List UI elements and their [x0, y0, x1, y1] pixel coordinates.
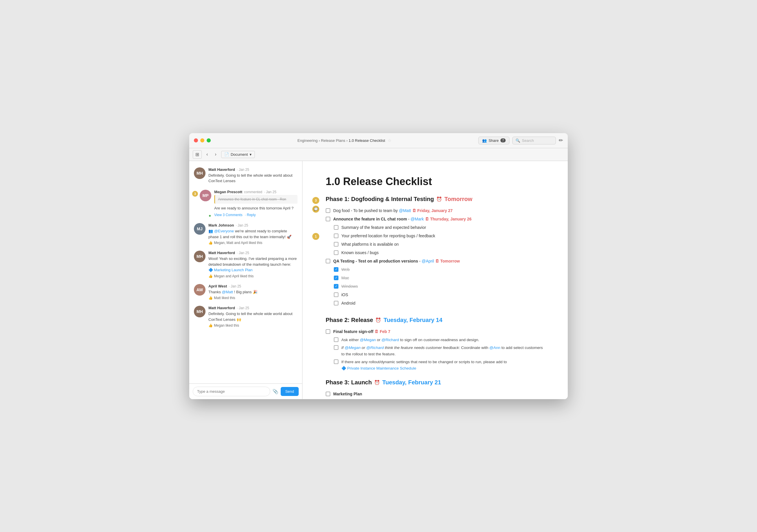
phase3-header: Phase 3: Launch ⏰ Tuesday, February 21 — [326, 379, 545, 386]
checklist-item: Dog food - To be pushed to team by @Matt… — [326, 207, 545, 215]
reply-link[interactable]: · Reply — [245, 213, 256, 217]
matt-mention[interactable]: @Matt — [399, 208, 411, 213]
thumbs-up-icon: 👍 — [208, 241, 213, 245]
checklist-item: Marketing Plan — [326, 390, 545, 398]
comment-badge: 3 — [192, 191, 198, 197]
comment-question: Are we ready to announce this tomorrow A… — [214, 205, 297, 211]
megan-mention[interactable]: @Megan — [360, 338, 376, 342]
message-content: Megan Prescott commented · Jan 25 Announ… — [214, 190, 297, 217]
checkbox[interactable] — [326, 329, 330, 334]
checklist-item-label: If there are any rollout/dynamic setting… — [341, 359, 545, 371]
date-label: 🗓 Tomorrow — [435, 259, 460, 264]
richard-mention[interactable]: @Richard — [381, 338, 399, 342]
checkbox[interactable] — [334, 345, 339, 350]
message-header: April West · Jan 25 — [208, 284, 297, 288]
search-icon: 🔍 — [516, 138, 520, 143]
phase1-section: 3 💬 Phase 1: Dogfooding & Internal Testi… — [326, 196, 545, 307]
phase3-label: Phase 3: Launch — [326, 379, 372, 386]
avatar: MP — [200, 190, 211, 201]
message-content: Matt Haverford · Jan 25 Woot! Yeah so ex… — [208, 251, 297, 278]
compose-button[interactable]: ✏ — [559, 137, 563, 144]
checklist-item-label: Dog food - To be pushed to team by @Matt… — [333, 208, 545, 214]
attachment-button[interactable]: 📎 — [273, 389, 278, 394]
checklist-item-label: Your preferred location for reporting bu… — [341, 233, 545, 239]
checklist-item-label: iOS — [341, 292, 545, 298]
document-area: 1.0 Release Checklist 3 💬 Phase 1: Dogfo… — [302, 161, 568, 399]
checkbox[interactable] — [326, 217, 330, 221]
checkbox[interactable] — [334, 250, 339, 255]
list-item: MH Matt Haverford · Jan 25 Definitely. G… — [189, 164, 302, 187]
message-text: Definitely. Going to tell the whole wide… — [208, 173, 297, 184]
share-label: Share — [489, 138, 499, 143]
checklist-item-label: Marketing Plan — [333, 391, 545, 397]
checkbox[interactable] — [326, 208, 330, 213]
checklist-item: Ask either @Megan or @Richard to sign of… — [334, 336, 545, 344]
share-button[interactable]: 👥 Share 7 — [478, 137, 509, 145]
view-comments-link[interactable]: View 3 Comments — [214, 213, 242, 217]
like-bar: 👍 Megan, Matt and April liked this — [208, 241, 297, 245]
checkbox[interactable] — [334, 359, 339, 364]
checkbox-checked[interactable]: ✓ — [334, 267, 339, 272]
checkbox[interactable] — [334, 225, 339, 230]
list-item: MJ Mark Johnson · Jan 25 👥 @Everyone we'… — [189, 220, 302, 248]
avatar: MH — [194, 251, 205, 262]
search-box[interactable]: 🔍 Search — [512, 137, 556, 145]
checkbox[interactable] — [326, 259, 330, 264]
alarm-icon: ⏰ — [374, 380, 380, 385]
checkbox[interactable] — [334, 234, 339, 238]
avatar: MH — [194, 167, 205, 179]
checkbox[interactable] — [334, 293, 339, 297]
comment-badge-2: 💬 — [312, 206, 319, 212]
message-text: Thanks @Matt ! Big plans 🎉 — [208, 289, 297, 295]
phase3-date: Tuesday, February 21 — [382, 379, 441, 386]
ann-mention[interactable]: @Ann — [489, 346, 500, 350]
checkbox[interactable] — [334, 337, 339, 342]
checklist-item: ✓ Mac — [334, 274, 545, 282]
star-icon[interactable]: ☆ — [388, 138, 392, 143]
alarm-icon: ⏰ — [375, 317, 381, 323]
message-text: Definitely. Going to tell the whole wide… — [208, 311, 297, 322]
send-button[interactable]: Send — [281, 387, 299, 396]
forward-button[interactable]: › — [212, 151, 219, 158]
checkbox-checked[interactable]: ✓ — [334, 284, 339, 289]
message-header: Matt Haverford · Jan 25 — [208, 306, 297, 310]
checklist-item: ✓ Web — [334, 266, 545, 274]
checklist-item: If there are any rollout/dynamic setting… — [334, 358, 545, 372]
everyone-mention[interactable]: @Everyone — [214, 229, 234, 233]
document-menu-button[interactable]: 📄 Document ▾ — [221, 151, 255, 158]
checklist-item: iOS — [334, 291, 545, 299]
message-text: Woot! Yeah so exciting. I've started pre… — [208, 256, 297, 273]
checkbox[interactable] — [334, 242, 339, 247]
breadcrumb: Engineering › Release Plans › 1.0 Releas… — [214, 138, 475, 143]
main-layout: MH Matt Haverford · Jan 25 Definitely. G… — [189, 161, 568, 399]
megan-mention[interactable]: @Megan — [345, 346, 360, 350]
italic-text: If @Megan or @Richard think the feature … — [341, 346, 459, 350]
matt-mention[interactable]: @Matt — [222, 290, 233, 294]
maintenance-schedule-link[interactable]: 🔷Private Instance Maintenance Schedule — [341, 365, 416, 372]
minimize-button[interactable] — [200, 138, 204, 142]
april-mention[interactable]: @April — [422, 259, 434, 264]
checkbox[interactable] — [334, 301, 339, 305]
back-button[interactable]: ‹ — [204, 151, 210, 158]
avatar: MH — [194, 306, 205, 317]
breadcrumb-part2[interactable]: Release Plans — [321, 138, 346, 143]
sidebar-toggle-button[interactable]: ⊞ — [193, 150, 202, 159]
message-content: Matt Haverford · Jan 25 Definitely. Goin… — [208, 167, 297, 184]
message-input[interactable] — [193, 387, 270, 396]
marketing-launch-link[interactable]: 🔷Marketing Launch Plan — [208, 267, 253, 273]
phase2-checklist: Final feature sign-off 🗓 Feb 7 Ask eithe… — [326, 327, 545, 373]
checklist-item: What platforms it is available on — [334, 240, 545, 249]
share-count: 7 — [500, 138, 506, 142]
message-header: Matt Haverford · Jan 25 — [208, 251, 297, 255]
message-author: Mark Johnson — [208, 223, 234, 227]
richard-mention[interactable]: @Richard — [366, 346, 384, 350]
mark-mention[interactable]: @Mark — [411, 217, 424, 221]
message-content: Mark Johnson · Jan 25 👥 @Everyone we're … — [208, 223, 297, 245]
close-button[interactable] — [194, 138, 198, 142]
maximize-button[interactable] — [207, 138, 211, 142]
message-header: Mark Johnson · Jan 25 — [208, 223, 297, 227]
checkbox[interactable] — [326, 392, 330, 396]
checklist-item-label: Mac — [341, 275, 545, 281]
checklist-item: QA Testing - Test on all production vers… — [326, 257, 545, 266]
checkbox-checked[interactable]: ✓ — [334, 276, 339, 280]
